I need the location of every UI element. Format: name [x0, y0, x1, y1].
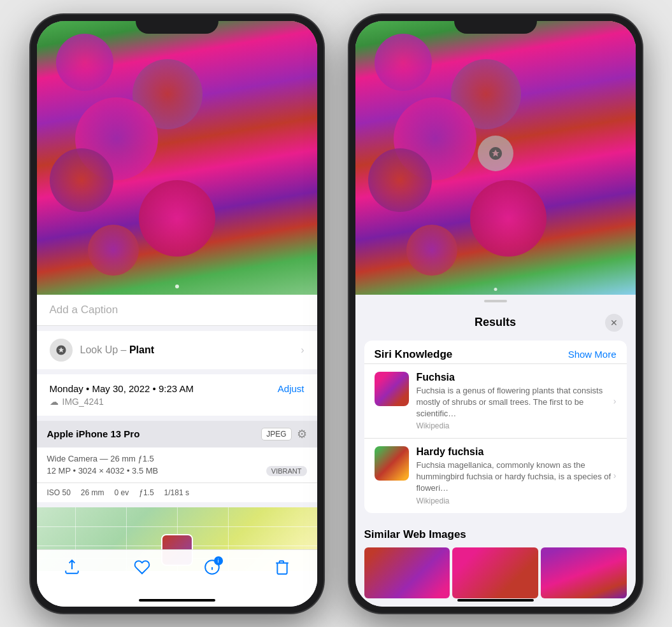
camera-model: Apple iPhone 13 Pro — [47, 428, 140, 439]
delete-button[interactable] — [274, 559, 290, 575]
notch — [136, 15, 218, 34]
info-button[interactable]: i — [204, 559, 220, 575]
caption-area[interactable]: Add a Caption — [37, 295, 317, 326]
visual-lookup-button[interactable] — [478, 136, 513, 171]
notch-right — [454, 15, 537, 34]
fuchsia-source: Wikipedia — [417, 421, 617, 430]
hardy-name: Hardy fuchsia — [417, 446, 617, 458]
ev-value: 0 ev — [115, 488, 129, 497]
vibrant-badge: VIBRANT — [266, 466, 307, 476]
jpeg-badge: JPEG — [261, 428, 291, 440]
visual-lookup-icon — [50, 339, 73, 362]
similar-title: Similar Web Images — [364, 528, 627, 541]
drag-handle — [484, 300, 507, 302]
result-item-hardy-fuchsia[interactable]: Hardy fuchsia Fuchsia magellanica, commo… — [364, 438, 627, 513]
siri-header: Siri Knowledge Show More — [364, 341, 627, 363]
similar-image-1[interactable] — [364, 547, 450, 598]
aperture-value: ƒ1.5 — [139, 488, 154, 497]
camera-card: Apple iPhone 13 Pro JPEG ⚙ Wide Camera —… — [37, 421, 317, 502]
share-button[interactable] — [64, 559, 80, 575]
hardy-fuchsia-info: Hardy fuchsia Fuchsia magellanica, commo… — [417, 446, 617, 505]
exif-row: ISO 50 26 mm 0 ev ƒ1.5 1/181 s — [37, 483, 317, 502]
hardy-thumbnail — [375, 446, 409, 481]
lens-text: Wide Camera — 26 mm ƒ1.5 — [47, 454, 307, 463]
fuchsia-name: Fuchsia — [417, 372, 617, 383]
results-header: Results ✕ — [355, 305, 636, 341]
iso-value: ISO 50 — [47, 488, 71, 497]
info-badge: i — [214, 556, 223, 565]
settings-icon: ⚙ — [297, 427, 307, 441]
hardy-description: Fuchsia magellanica, commonly known as t… — [417, 460, 617, 495]
fuchsia-chevron-icon: › — [613, 396, 617, 406]
filename: IMG_4241 — [62, 397, 104, 407]
siri-knowledge-title: Siri Knowledge — [375, 348, 453, 361]
photo-info-card: Monday • May 30, 2022 • 9:23 AM Adjust ☁… — [37, 374, 317, 416]
similar-web-section: Similar Web Images — [355, 521, 636, 598]
bottom-toolbar: i — [37, 549, 317, 607]
hardy-source: Wikipedia — [417, 497, 617, 505]
siri-knowledge-section: Siri Knowledge Show More Fuchsia Fuchsia… — [364, 341, 627, 513]
hardy-chevron-icon: › — [613, 470, 617, 481]
fuchsia-thumbnail — [375, 372, 409, 406]
right-phone: Results ✕ Siri Knowledge Show More — [349, 15, 642, 613]
fuchsia-info: Fuchsia Fuchsia is a genus of flowering … — [417, 372, 617, 431]
shutter-value: 1/181 s — [164, 488, 189, 497]
lookup-chevron-icon: › — [301, 344, 304, 356]
date-text: Monday • May 30, 2022 • 9:23 AM — [50, 383, 194, 394]
results-title: Results — [475, 316, 516, 329]
favorite-button[interactable] — [134, 559, 150, 575]
lookup-row[interactable]: Look Up – Plant › — [37, 331, 317, 369]
home-indicator — [139, 599, 215, 602]
lookup-label: Look Up – Plant — [80, 344, 155, 356]
focal-length-value: 26 mm — [81, 488, 104, 497]
left-phone: Add a Caption Look Up – Plant › — [31, 15, 324, 613]
results-panel: Results ✕ Siri Knowledge Show More — [355, 295, 636, 607]
left-photo[interactable] — [37, 21, 317, 295]
similar-image-3[interactable] — [541, 547, 627, 598]
show-more-button[interactable]: Show More — [568, 349, 617, 360]
similar-image-2[interactable] — [452, 547, 538, 598]
caption-placeholder[interactable]: Add a Caption — [50, 304, 118, 316]
camera-badges: JPEG ⚙ — [261, 427, 306, 441]
close-button[interactable]: ✕ — [605, 314, 623, 332]
right-photo[interactable] — [355, 21, 636, 295]
camera-header: Apple iPhone 13 Pro JPEG ⚙ — [37, 421, 317, 447]
cloud-icon: ☁ — [50, 397, 59, 407]
similar-grid — [364, 547, 627, 598]
adjust-button[interactable]: Adjust — [278, 383, 304, 394]
result-item-fuchsia[interactable]: Fuchsia Fuchsia is a genus of flowering … — [364, 363, 627, 439]
fuchsia-description: Fuchsia is a genus of flowering plants t… — [417, 385, 617, 420]
mp-text: 12 MP • 3024 × 4032 • 3.5 MB — [47, 466, 159, 476]
home-indicator-right — [457, 599, 534, 602]
lens-row: Wide Camera — 26 mm ƒ1.5 12 MP • 3024 × … — [37, 447, 317, 483]
